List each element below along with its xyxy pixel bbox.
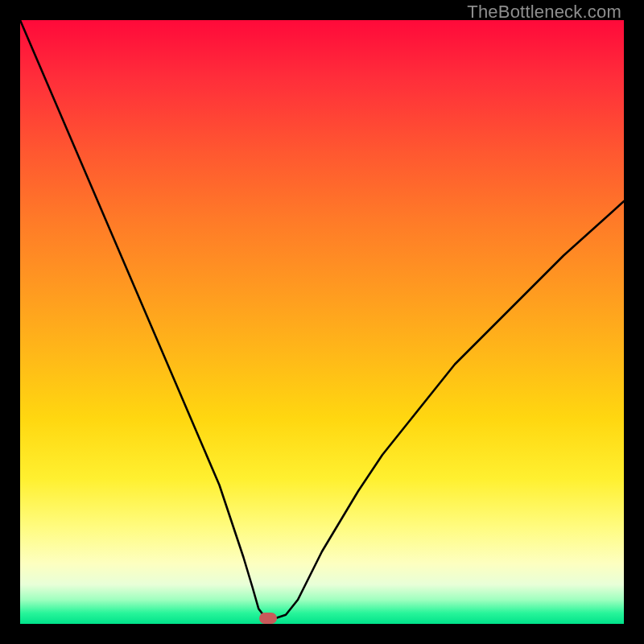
chart-frame: TheBottleneck.com [0, 0, 644, 644]
minimum-marker [259, 613, 277, 624]
plot-area [20, 20, 624, 624]
bottleneck-curve [20, 20, 624, 624]
